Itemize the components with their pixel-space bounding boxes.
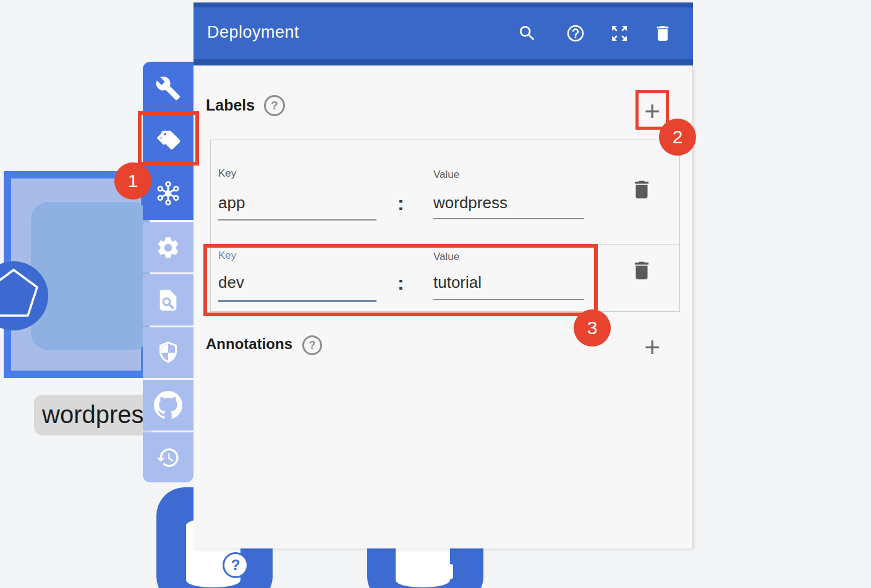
add-label-button[interactable]: + (639, 95, 666, 127)
delete-label-row-button[interactable] (629, 259, 654, 284)
unknown-status-badge: ? (223, 552, 249, 578)
add-annotation-button[interactable]: + (639, 331, 666, 363)
labels-table: Key app : Value wordpress Key dev : Valu… (210, 140, 680, 312)
toolbar-github-button[interactable] (143, 380, 193, 430)
toolbar-build-button[interactable] (143, 62, 193, 114)
delete-deployment-button[interactable] (649, 21, 676, 48)
delete-label-row-button[interactable] (629, 178, 654, 203)
key-field-label: Key (218, 250, 236, 262)
toolbar-security-button[interactable] (143, 327, 193, 378)
hub-network-icon (154, 179, 182, 208)
value-input-underline (433, 218, 584, 219)
toolbar-settings-button[interactable] (143, 222, 193, 272)
search-icon (517, 23, 537, 46)
plus-icon: + (644, 98, 660, 125)
value-input-underline (433, 299, 584, 300)
wordpress-node-body[interactable] (31, 202, 150, 350)
toolbar-labels-button[interactable] (143, 114, 193, 167)
key-input[interactable]: app (218, 193, 245, 212)
key-input-underline-focused (218, 300, 376, 302)
label-row-dev: Key dev : Value tutorial (211, 244, 679, 313)
trash-icon (630, 259, 653, 285)
question-glyph: ? (231, 556, 240, 574)
deployment-dialog-header: Deployment (193, 2, 693, 65)
shield-icon (156, 340, 181, 365)
gear-icon (155, 235, 181, 261)
value-field-label: Value (433, 251, 459, 263)
wrench-icon (155, 75, 181, 101)
plus-icon: + (644, 334, 660, 361)
expand-arrows-icon (610, 23, 629, 46)
deployment-dialog-body: Labels ? + Key app : Value wordpress (193, 65, 693, 548)
value-field-label: Value (433, 169, 459, 181)
tag-label-icon (155, 127, 182, 154)
search-button[interactable] (514, 21, 541, 48)
value-input[interactable]: wordpress (433, 193, 508, 212)
lock-icon (431, 555, 457, 584)
node-label-text: wordpress (34, 395, 153, 434)
value-input[interactable]: tutorial (433, 273, 482, 292)
key-input[interactable]: dev (218, 273, 244, 292)
question-glyph: ? (309, 339, 316, 352)
labels-heading: Labels (206, 96, 255, 114)
help-button[interactable] (562, 21, 589, 48)
labels-help-icon[interactable]: ? (264, 95, 285, 116)
key-value-separator: : (397, 192, 404, 215)
question-glyph: ? (271, 99, 278, 112)
github-icon (154, 391, 182, 419)
key-field-label: Key (218, 167, 236, 180)
trash-icon (653, 23, 673, 46)
annotations-heading: Annotations (206, 335, 292, 353)
toolbar-history-button[interactable] (143, 432, 193, 482)
annotations-help-icon[interactable]: ? (302, 335, 322, 355)
pentagon-icon (0, 260, 48, 332)
label-row-app: Key app : Value wordpress (211, 140, 679, 244)
expand-button[interactable] (606, 21, 633, 48)
history-clock-icon (156, 445, 181, 470)
toolbar-hub-button[interactable] (143, 167, 193, 220)
key-input-underline (218, 219, 376, 220)
key-value-separator: : (397, 272, 404, 295)
trash-icon (630, 178, 653, 204)
help-icon (566, 23, 585, 46)
pentagon-node[interactable] (0, 261, 48, 330)
document-search-icon (156, 288, 181, 313)
dialog-title: Deployment (207, 23, 299, 42)
node-label-pill: wordpress (34, 395, 153, 435)
toolbar-doc-search-button[interactable] (143, 274, 193, 326)
